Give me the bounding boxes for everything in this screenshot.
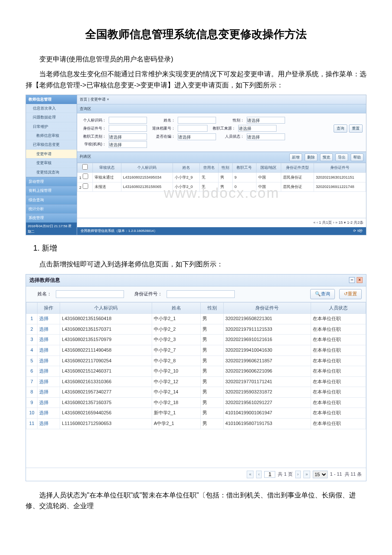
select-status[interactable]: 请选择 (247, 133, 285, 140)
help-button[interactable]: 帮助 (351, 153, 363, 161)
footer-refresh[interactable]: ⟳ 5秒 (353, 228, 363, 234)
table-row[interactable]: 2 未报送 L43160802135158065 小小学2_0 无 男 0 中国… (78, 182, 366, 191)
input-code[interactable] (109, 117, 147, 124)
cell-sex: 男 (201, 345, 223, 356)
cell-select[interactable]: 选择 (37, 335, 60, 345)
label-sex: 性别： (219, 117, 244, 123)
cell-id: 320202196508221301 (223, 314, 311, 324)
col-sex: 性别 (219, 163, 233, 172)
input-s2-name[interactable] (56, 290, 124, 298)
s2-col-sex: 性别 (201, 302, 223, 314)
select-link[interactable]: 选择 (39, 327, 49, 332)
sidebar-group-4[interactable]: 系统管理 (26, 213, 77, 222)
sidebar-group-1[interactable]: 资料上报管理 (26, 186, 77, 195)
check-all[interactable] (82, 164, 88, 170)
table-row[interactable]: 1 审核未通过 L43160802153495034 小小学2_9 无 男 9 … (78, 173, 366, 182)
cell-num: 9 (26, 397, 37, 408)
select-link[interactable]: 选择 (39, 400, 49, 405)
select-link[interactable]: 选择 (39, 337, 49, 342)
col-empno: 教职工号 (233, 163, 256, 172)
add-button[interactable]: 新增 (289, 153, 302, 161)
row-check[interactable]: 2 (78, 182, 93, 191)
cell-select[interactable]: 选择 (37, 314, 60, 324)
pager-next-icon[interactable]: › (295, 471, 301, 478)
paragraph-2: 当老师信息发生变化但不能通过日常维护来实现变更的情况下可发起变更申请。用户登录系… (26, 69, 366, 90)
input-idno[interactable] (109, 125, 147, 132)
cell-empno: 9 (233, 173, 256, 182)
sidebar-item-3[interactable]: 教师信息审核 (26, 131, 77, 140)
sidebar-item-1[interactable]: 问题数据处理 (26, 113, 77, 122)
reset-button[interactable]: 重置 (349, 124, 363, 132)
select-org[interactable]: 请选择 (109, 141, 147, 148)
pager-size-select[interactable]: 15 (313, 471, 328, 478)
cell-select[interactable]: 选择 (37, 324, 60, 335)
input-s2-idno[interactable] (167, 290, 235, 298)
sidebar-item-7[interactable]: 变更情况查询 (26, 168, 77, 177)
sidebar-group-3[interactable]: 统计分析 (26, 204, 77, 213)
cell-status: 在本单位任职 (311, 335, 366, 345)
cell-sex: 男 (201, 387, 223, 398)
s2-col-name: 姓名 (152, 302, 200, 314)
export-button[interactable]: 导出 (335, 153, 348, 161)
cell-name: 中小学2_2 (152, 324, 200, 335)
pager-last-icon[interactable]: » (303, 471, 310, 478)
cell-sex: 男 (201, 376, 223, 387)
pager-first-icon[interactable]: « (247, 471, 254, 478)
cell-id: 320202197701171241 (223, 376, 311, 387)
delete-button[interactable]: 删除 (305, 153, 317, 161)
close-icon[interactable]: × (357, 277, 363, 283)
tab-bar[interactable]: 首页 | 变更申请 × (77, 95, 366, 104)
select-hr[interactable]: 请选择 (178, 133, 216, 140)
cell-nation: 中国 (256, 173, 281, 182)
input-retire[interactable] (178, 125, 208, 132)
select-link[interactable]: 选择 (39, 421, 49, 426)
select-link[interactable]: 选择 (39, 410, 49, 415)
cell-name: 中小学2_7 (152, 345, 200, 356)
search-icon: 🔍 (315, 291, 321, 296)
select-link[interactable]: 选择 (39, 368, 49, 373)
cell-code: L431608021357160375 (60, 397, 152, 408)
query-form: 个人标识码： 姓名： 性别： 请选择 身份证件号： 退休档案号： 教职工来源： … (77, 113, 366, 151)
report-button[interactable]: 预览 (320, 153, 333, 161)
select-link[interactable]: 选择 (39, 379, 49, 384)
sidebar-item-change-request[interactable]: 变更申请 (26, 150, 77, 159)
sidebar-group-2[interactable]: 综合查询 (26, 195, 77, 204)
sidebar-item-2[interactable]: 日常维护 (26, 122, 77, 131)
sidebar-item-4[interactable]: 已审核信息变更 (26, 140, 77, 149)
cell-select[interactable]: 选择 (37, 356, 60, 366)
reset-icon: ↺ (344, 291, 348, 296)
input-name[interactable] (178, 117, 216, 124)
query-button[interactable]: 查询 (334, 124, 347, 132)
select-type[interactable]: 请选择 (109, 133, 147, 140)
cell-code: L431608021957340277 (60, 387, 152, 398)
select-link[interactable]: 选择 (39, 389, 49, 394)
col-status: 审核状态 (93, 163, 121, 172)
select-source[interactable]: 请选择 (238, 125, 277, 132)
cell-select[interactable]: 选择 (37, 419, 60, 429)
col-nation: 国籍/地区 (256, 163, 281, 172)
pager-prev-icon[interactable]: ‹ (256, 471, 262, 478)
cell-select[interactable]: 选择 (37, 376, 60, 387)
select-link[interactable]: 选择 (39, 358, 49, 363)
s2-query-button[interactable]: 🔍查询 (310, 289, 335, 299)
cell-select[interactable]: 选择 (37, 345, 60, 356)
footer-version: 全国教师管理信息系统（版本：1.2.0.160528814） (81, 228, 157, 234)
row-check[interactable]: 1 (78, 173, 93, 182)
sidebar-group-0[interactable]: 异动管理 (26, 177, 77, 186)
sidebar-item-0[interactable]: 信息首次录入 (26, 104, 77, 113)
sidebar-item-6[interactable]: 变更审核 (26, 159, 77, 168)
select-sex[interactable]: 请选择 (247, 117, 285, 124)
cell-former: 无 (199, 182, 218, 191)
select-link[interactable]: 选择 (39, 316, 49, 321)
select-link[interactable]: 选择 (39, 347, 49, 353)
cell-select[interactable]: 选择 (37, 397, 60, 408)
col-check[interactable] (78, 163, 93, 172)
pager-page-input[interactable] (264, 471, 275, 478)
cell-select[interactable]: 选择 (37, 366, 60, 377)
s2-reset-button[interactable]: ↺重置 (339, 289, 362, 299)
pager[interactable]: « ‹ 1 共1页 › » 15 ▾ 1-2 共2条 (77, 218, 366, 227)
cell-select[interactable]: 选择 (37, 408, 60, 419)
cell-select[interactable]: 选择 (37, 387, 60, 398)
screenshot-select-teacher: 选择教师信息 – × 姓名： 身份证件号： 🔍查询 ↺重置 操作 个人标识码 姓… (26, 274, 366, 481)
minimize-icon[interactable]: – (349, 277, 355, 283)
